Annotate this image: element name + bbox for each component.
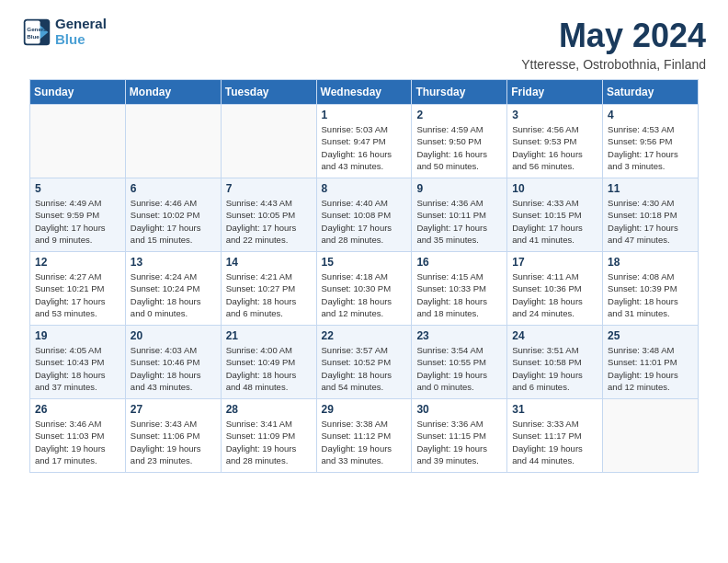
calendar-cell: 31Sunrise: 3:33 AM Sunset: 11:17 PM Dayl… [507, 399, 603, 473]
day-number: 25 [608, 329, 693, 342]
calendar-cell: 16Sunrise: 4:15 AM Sunset: 10:33 PM Dayl… [412, 252, 507, 326]
logo-text-blue: Blue [55, 32, 107, 48]
calendar-cell: 22Sunrise: 3:57 AM Sunset: 10:52 PM Dayl… [316, 326, 412, 399]
calendar-cell: 21Sunrise: 4:00 AM Sunset: 10:49 PM Dayl… [221, 326, 316, 399]
calendar-cell: 26Sunrise: 3:46 AM Sunset: 11:03 PM Dayl… [30, 399, 126, 473]
day-number: 6 [131, 182, 216, 195]
day-info: Sunrise: 3:48 AM Sunset: 11:01 PM Daylig… [608, 344, 693, 393]
day-number: 26 [35, 403, 120, 416]
calendar-cell: 9Sunrise: 4:36 AM Sunset: 10:11 PM Dayli… [412, 178, 507, 252]
day-number: 14 [226, 256, 312, 269]
calendar-cell: 30Sunrise: 3:36 AM Sunset: 11:15 PM Dayl… [412, 399, 507, 473]
calendar-cell: 2Sunrise: 4:59 AM Sunset: 9:50 PM Daylig… [412, 105, 507, 178]
day-info: Sunrise: 3:33 AM Sunset: 11:17 PM Daylig… [512, 418, 597, 466]
logo-icon: General Blue [22, 17, 51, 47]
day-info: Sunrise: 4:49 AM Sunset: 9:59 PM Dayligh… [35, 197, 120, 246]
calendar-cell: 29Sunrise: 3:38 AM Sunset: 11:12 PM Dayl… [316, 399, 412, 473]
calendar-cell: 6Sunrise: 4:46 AM Sunset: 10:02 PM Dayli… [125, 178, 221, 252]
weekday-header-wednesday: Wednesday [316, 80, 412, 105]
day-number: 19 [35, 329, 120, 342]
calendar-cell: 12Sunrise: 4:27 AM Sunset: 10:21 PM Dayl… [30, 252, 126, 326]
calendar-cell: 19Sunrise: 4:05 AM Sunset: 10:43 PM Dayl… [30, 326, 126, 399]
svg-text:Blue: Blue [27, 33, 40, 40]
month-title: May 2024 [521, 17, 706, 55]
calendar-cell: 15Sunrise: 4:18 AM Sunset: 10:30 PM Dayl… [316, 252, 412, 326]
day-info: Sunrise: 3:43 AM Sunset: 11:06 PM Daylig… [131, 418, 216, 466]
day-info: Sunrise: 4:30 AM Sunset: 10:18 PM Daylig… [608, 197, 693, 246]
day-info: Sunrise: 3:41 AM Sunset: 11:09 PM Daylig… [226, 418, 312, 466]
day-number: 29 [322, 403, 407, 416]
day-number: 15 [322, 256, 407, 269]
day-info: Sunrise: 4:24 AM Sunset: 10:24 PM Daylig… [131, 270, 216, 319]
calendar-cell [125, 105, 221, 178]
day-number: 28 [226, 403, 312, 416]
day-info: Sunrise: 4:08 AM Sunset: 10:39 PM Daylig… [608, 270, 693, 319]
day-number: 23 [416, 329, 502, 342]
day-number: 10 [512, 182, 597, 195]
day-number: 17 [512, 256, 597, 269]
day-info: Sunrise: 3:36 AM Sunset: 11:15 PM Daylig… [416, 418, 502, 466]
day-number: 27 [131, 403, 216, 416]
weekday-header-thursday: Thursday [412, 80, 507, 105]
day-number: 8 [322, 182, 407, 195]
day-info: Sunrise: 4:36 AM Sunset: 10:11 PM Daylig… [416, 197, 502, 246]
weekday-header-friday: Friday [507, 80, 603, 105]
day-info: Sunrise: 3:57 AM Sunset: 10:52 PM Daylig… [322, 344, 407, 393]
day-info: Sunrise: 5:03 AM Sunset: 9:47 PM Dayligh… [322, 123, 407, 172]
day-number: 9 [416, 182, 502, 195]
calendar-cell: 10Sunrise: 4:33 AM Sunset: 10:15 PM Dayl… [507, 178, 603, 252]
day-number: 13 [131, 256, 216, 269]
day-info: Sunrise: 4:43 AM Sunset: 10:05 PM Daylig… [226, 197, 312, 246]
day-info: Sunrise: 4:40 AM Sunset: 10:08 PM Daylig… [322, 197, 407, 246]
day-info: Sunrise: 3:51 AM Sunset: 10:58 PM Daylig… [512, 344, 597, 393]
day-info: Sunrise: 4:33 AM Sunset: 10:15 PM Daylig… [512, 197, 597, 246]
location-subtitle: Ytteresse, Ostrobothnia, Finland [521, 57, 706, 72]
day-number: 21 [226, 329, 312, 342]
day-number: 7 [226, 182, 312, 195]
logo: General Blue General Blue [22, 17, 107, 47]
day-number: 5 [35, 182, 120, 195]
day-number: 12 [35, 256, 120, 269]
calendar-cell: 18Sunrise: 4:08 AM Sunset: 10:39 PM Dayl… [603, 252, 699, 326]
day-number: 3 [512, 109, 597, 121]
calendar-cell: 1Sunrise: 5:03 AM Sunset: 9:47 PM Daylig… [316, 105, 412, 178]
day-number: 16 [416, 256, 502, 269]
calendar-cell: 4Sunrise: 4:53 AM Sunset: 9:56 PM Daylig… [603, 105, 699, 178]
day-info: Sunrise: 4:53 AM Sunset: 9:56 PM Dayligh… [608, 123, 693, 172]
calendar-cell [603, 399, 699, 473]
calendar-cell: 25Sunrise: 3:48 AM Sunset: 11:01 PM Dayl… [603, 326, 699, 399]
weekday-header-monday: Monday [125, 80, 221, 105]
calendar-cell [221, 105, 316, 178]
calendar-cell: 17Sunrise: 4:11 AM Sunset: 10:36 PM Dayl… [507, 252, 603, 326]
day-number: 31 [512, 403, 597, 416]
weekday-header-tuesday: Tuesday [221, 80, 316, 105]
calendar-cell: 23Sunrise: 3:54 AM Sunset: 10:55 PM Dayl… [412, 326, 507, 399]
day-number: 11 [608, 182, 693, 195]
day-info: Sunrise: 4:27 AM Sunset: 10:21 PM Daylig… [35, 270, 120, 319]
calendar-cell [30, 105, 126, 178]
day-number: 20 [131, 329, 216, 342]
day-info: Sunrise: 4:56 AM Sunset: 9:53 PM Dayligh… [512, 123, 597, 172]
day-info: Sunrise: 3:38 AM Sunset: 11:12 PM Daylig… [322, 418, 407, 466]
calendar-cell: 13Sunrise: 4:24 AM Sunset: 10:24 PM Dayl… [125, 252, 221, 326]
day-info: Sunrise: 4:21 AM Sunset: 10:27 PM Daylig… [226, 270, 312, 319]
day-number: 24 [512, 329, 597, 342]
day-info: Sunrise: 3:54 AM Sunset: 10:55 PM Daylig… [416, 344, 502, 393]
calendar-cell: 11Sunrise: 4:30 AM Sunset: 10:18 PM Dayl… [603, 178, 699, 252]
day-info: Sunrise: 4:59 AM Sunset: 9:50 PM Dayligh… [416, 123, 502, 172]
day-info: Sunrise: 4:00 AM Sunset: 10:49 PM Daylig… [226, 344, 312, 393]
day-info: Sunrise: 3:46 AM Sunset: 11:03 PM Daylig… [35, 418, 120, 466]
day-info: Sunrise: 4:46 AM Sunset: 10:02 PM Daylig… [131, 197, 216, 246]
day-number: 22 [322, 329, 407, 342]
weekday-header-sunday: Sunday [30, 80, 126, 105]
calendar-cell: 5Sunrise: 4:49 AM Sunset: 9:59 PM Daylig… [30, 178, 126, 252]
day-number: 1 [322, 109, 407, 121]
calendar-cell: 8Sunrise: 4:40 AM Sunset: 10:08 PM Dayli… [316, 178, 412, 252]
day-number: 2 [416, 109, 502, 121]
calendar-cell: 27Sunrise: 3:43 AM Sunset: 11:06 PM Dayl… [125, 399, 221, 473]
day-info: Sunrise: 4:11 AM Sunset: 10:36 PM Daylig… [512, 270, 597, 319]
day-info: Sunrise: 4:18 AM Sunset: 10:30 PM Daylig… [322, 270, 407, 319]
calendar-cell: 3Sunrise: 4:56 AM Sunset: 9:53 PM Daylig… [507, 105, 603, 178]
calendar-cell: 20Sunrise: 4:03 AM Sunset: 10:46 PM Dayl… [125, 326, 221, 399]
day-number: 30 [416, 403, 502, 416]
